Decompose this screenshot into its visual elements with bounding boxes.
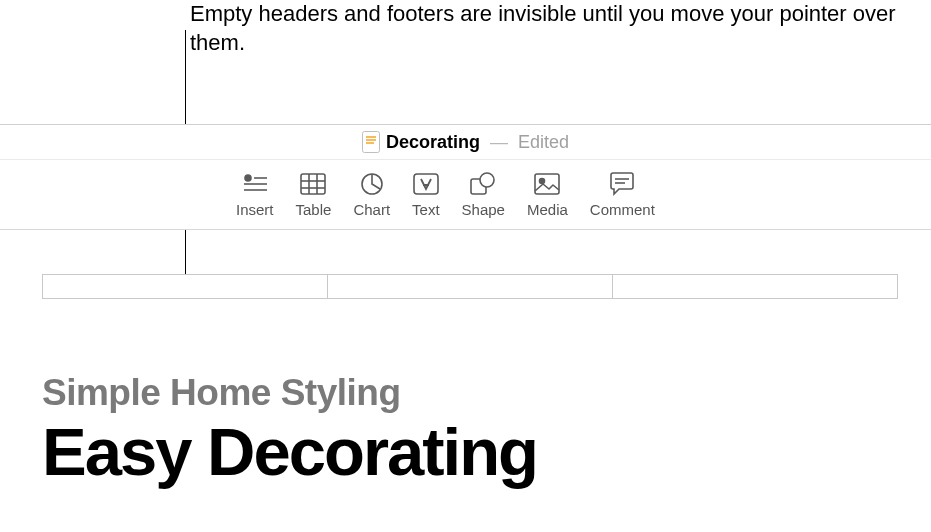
- insert-button[interactable]: Insert: [236, 172, 274, 218]
- toolbar-label: Media: [527, 201, 568, 218]
- comment-icon: [609, 172, 635, 196]
- toolbar-label: Insert: [236, 201, 274, 218]
- document-subtitle[interactable]: Simple Home Styling: [42, 372, 537, 414]
- title-separator: —: [490, 132, 508, 153]
- edited-status: Edited: [518, 132, 569, 153]
- media-icon: [534, 172, 560, 196]
- svg-rect-5: [301, 174, 325, 194]
- header-field-right[interactable]: [613, 275, 897, 298]
- svg-point-1: [245, 175, 251, 181]
- table-icon: [300, 172, 326, 196]
- svg-rect-0: [362, 132, 379, 153]
- media-button[interactable]: Media: [527, 172, 568, 218]
- page-header-fields: [42, 274, 898, 299]
- toolbar-label: Shape: [462, 201, 505, 218]
- document-title[interactable]: Easy Decorating: [42, 418, 537, 485]
- window-titlebar: Decorating — Edited: [0, 124, 931, 160]
- insert-icon: [242, 172, 268, 196]
- svg-rect-14: [535, 174, 559, 194]
- callout-annotation: Empty headers and footers are invisible …: [190, 0, 931, 57]
- text-icon: [413, 172, 439, 196]
- document-area: Simple Home Styling Easy Decorating: [0, 230, 931, 532]
- toolbar-label: Chart: [353, 201, 390, 218]
- toolbar-label: Text: [412, 201, 440, 218]
- shape-icon: [470, 172, 496, 196]
- chart-icon: [359, 172, 385, 196]
- toolbar-label: Table: [296, 201, 332, 218]
- document-icon: [362, 131, 380, 153]
- shape-button[interactable]: Shape: [462, 172, 505, 218]
- header-field-left[interactable]: [43, 275, 328, 298]
- document-name[interactable]: Decorating: [386, 132, 480, 153]
- table-button[interactable]: Table: [296, 172, 332, 218]
- toolbar: Insert Table Chart: [0, 160, 931, 230]
- chart-button[interactable]: Chart: [353, 172, 390, 218]
- header-field-center[interactable]: [328, 275, 613, 298]
- svg-point-13: [480, 173, 494, 187]
- text-button[interactable]: Text: [412, 172, 440, 218]
- svg-point-15: [540, 178, 545, 183]
- comment-button[interactable]: Comment: [590, 172, 655, 218]
- document-content[interactable]: Simple Home Styling Easy Decorating: [42, 372, 537, 485]
- title-group: Decorating — Edited: [362, 131, 569, 153]
- toolbar-label: Comment: [590, 201, 655, 218]
